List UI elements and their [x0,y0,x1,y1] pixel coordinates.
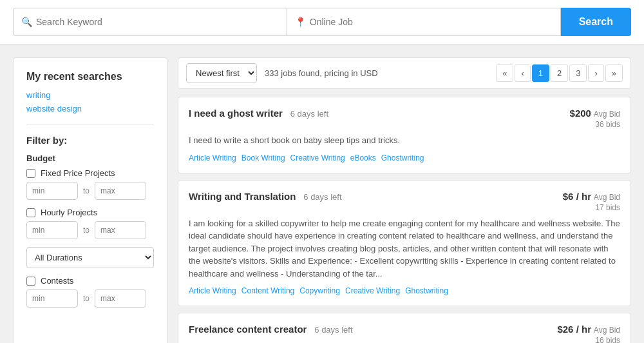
location-input[interactable] [310,17,553,27]
job-card-1-header: Writing and Translation 6 days left $6 /… [189,191,620,212]
recent-search-website-design[interactable]: website design [26,104,154,113]
pagination: « ‹ 1 2 3 › » [496,64,623,82]
job-tag-1-2[interactable]: Copywriting [299,286,340,295]
job-time-left-0: 6 days left [290,109,328,119]
hourly-checkbox[interactable] [26,208,35,217]
job-desc-0: I need to write a short book on baby sle… [189,134,620,147]
job-bids-count-0: 36 bids [543,120,620,129]
location-icon: 📍 [295,17,306,27]
job-bid-label-1: Avg Bid [594,193,620,202]
contests-min[interactable] [26,289,78,308]
hourly-label: Hourly Projects [41,208,97,217]
page-3-button[interactable]: 3 [569,64,587,82]
job-card-1: Writing and Translation 6 days left $6 /… [178,180,631,307]
fixed-price-label: Fixed Price Projects [41,168,115,178]
job-bid-1: $6 / hr Avg Bid 17 bids [543,191,620,212]
job-tag-1-3[interactable]: Creative Writing [345,286,400,295]
job-tags-1: Article Writing Content Writing Copywrit… [189,286,620,295]
search-header: 🔍 📍 Search [0,0,644,44]
page-2-button[interactable]: 2 [551,64,568,82]
page-first-button[interactable]: « [496,64,513,82]
job-bids-count-1: 17 bids [543,203,620,212]
filter-title: Filter by: [26,135,154,146]
job-title-1[interactable]: Writing and Translation [189,191,296,202]
hourly-min[interactable] [26,221,78,239]
recent-searches-title: My recent searches [26,71,154,83]
hourly-max[interactable] [95,221,146,239]
hourly-to: to [83,226,90,235]
search-keyword-wrap: 🔍 [13,8,287,36]
search-button[interactable]: Search [561,8,631,36]
contests-row: Contests [26,276,154,286]
sort-select[interactable]: Newest first Oldest first Highest bid Lo… [186,63,257,83]
fixed-price-checkbox[interactable] [26,169,35,178]
fixed-price-range: to [26,182,154,200]
page-next-button[interactable]: › [588,64,603,82]
page-last-button[interactable]: » [605,64,623,82]
contests-to: to [83,294,90,303]
job-tag-1-0[interactable]: Article Writing [189,286,236,295]
job-bid-label-2: Avg Bid [594,326,620,335]
page-prev-button[interactable]: ‹ [515,64,530,82]
contests-max[interactable] [95,289,146,308]
job-tag-0-4[interactable]: Ghostwriting [381,153,424,162]
fixed-price-to: to [83,186,90,195]
job-time-left-2: 6 days left [314,325,352,335]
job-bid-amount-2: $26 / hr [557,324,591,335]
job-card-2-title-wrap: Freelance content creator 6 days left [189,324,353,335]
budget-label: Budget [26,153,154,163]
job-card-0-header: I need a ghost writer 6 days left $200 A… [189,108,620,129]
search-input[interactable] [36,17,279,27]
job-time-left-1: 6 days left [303,192,341,202]
job-tag-1-1[interactable]: Content Writing [242,286,294,295]
job-desc-1: I am looking for a skilled copywriter to… [189,217,620,280]
fixed-price-row: Fixed Price Projects [26,168,154,178]
job-tag-0-3[interactable]: eBooks [350,153,376,162]
results-count: 333 jobs found, pricing in USD [265,68,488,78]
main-layout: My recent searches writing website desig… [0,44,644,343]
duration-select[interactable]: All Durations Less than 1 week 1 to 4 we… [26,247,154,268]
fixed-price-min[interactable] [26,182,78,200]
job-card-0: I need a ghost writer 6 days left $200 A… [178,97,631,173]
job-title-0[interactable]: I need a ghost writer [189,108,283,119]
job-card-2: Freelance content creator 6 days left $2… [178,313,631,343]
job-bid-label-0: Avg Bid [594,110,620,119]
job-card-1-title-wrap: Writing and Translation 6 days left [189,191,342,202]
contests-range: to [26,289,154,308]
job-tag-0-0[interactable]: Article Writing [189,153,236,162]
main-content: Newest first Oldest first Highest bid Lo… [178,57,631,343]
sidebar-divider [26,124,154,124]
job-tag-0-2[interactable]: Creative Writing [290,153,345,162]
hourly-row: Hourly Projects [26,208,154,217]
job-tag-1-4[interactable]: Ghostwriting [405,286,448,295]
job-tags-0: Article Writing Book Writing Creative Wr… [189,153,620,162]
job-card-0-title-wrap: I need a ghost writer 6 days left [189,108,328,119]
job-bid-0: $200 Avg Bid 36 bids [543,108,620,129]
job-title-2[interactable]: Freelance content creator [189,324,307,335]
job-bid-amount-0: $200 [570,108,591,119]
contests-label: Contests [41,276,73,286]
search-location-wrap: 📍 [287,8,561,36]
hourly-range: to [26,221,154,239]
sidebar: My recent searches writing website desig… [13,57,167,343]
job-card-2-header: Freelance content creator 6 days left $2… [189,324,620,343]
search-icon: 🔍 [21,17,32,27]
job-bid-amount-1: $6 / hr [563,191,591,202]
results-bar: Newest first Oldest first Highest bid Lo… [178,57,631,89]
page-1-button[interactable]: 1 [532,64,549,82]
job-tag-0-1[interactable]: Book Writing [242,153,285,162]
job-bids-count-2: 16 bids [543,336,620,343]
fixed-price-max[interactable] [95,182,146,200]
recent-search-writing[interactable]: writing [26,90,154,100]
contests-checkbox[interactable] [26,277,35,286]
job-bid-2: $26 / hr Avg Bid 16 bids [543,324,620,343]
